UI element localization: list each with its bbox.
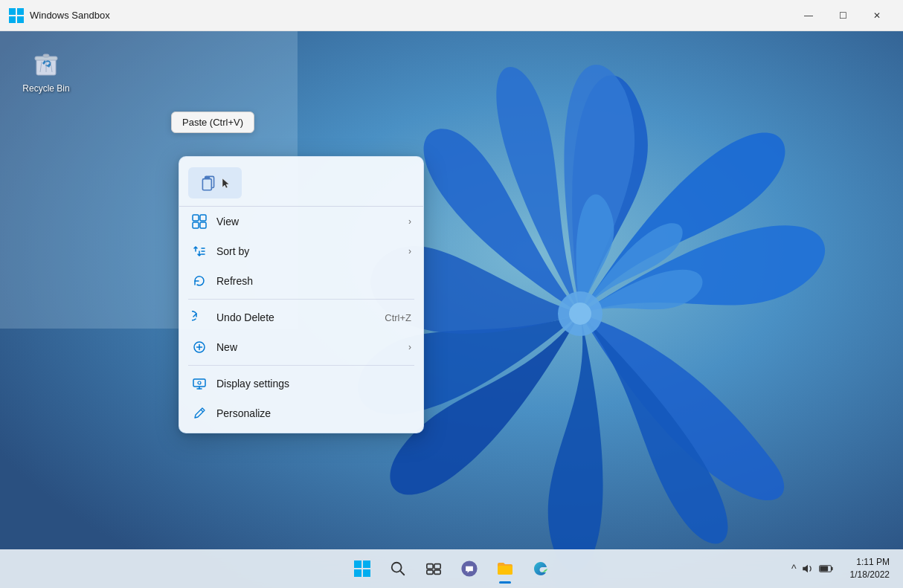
- svg-rect-33: [354, 569, 361, 577]
- paste-icon-button[interactable]: [188, 167, 242, 198]
- system-tray[interactable]: ^: [785, 559, 840, 578]
- new-arrow: ›: [408, 342, 411, 352]
- window-controls: — ☐ ✕: [791, 4, 894, 28]
- taskbar-edge-button[interactable]: [524, 552, 557, 585]
- svg-point-30: [198, 381, 201, 384]
- svg-rect-40: [434, 570, 440, 575]
- undo-delete-icon: [191, 309, 208, 326]
- svg-point-6: [569, 303, 591, 325]
- svg-rect-38: [434, 564, 440, 569]
- clock-time: 1:11 PM: [850, 556, 890, 569]
- desktop[interactable]: Recycle Bin Paste (Ctrl+V): [0, 31, 903, 588]
- menu-item-refresh[interactable]: Refresh: [179, 266, 423, 296]
- undo-delete-shortcut: Ctrl+Z: [385, 312, 411, 323]
- personalize-label: Personalize: [216, 407, 411, 419]
- sort-by-label: Sort by: [216, 245, 399, 257]
- paste-tooltip: Paste (Ctrl+V): [171, 112, 254, 133]
- display-settings-label: Display settings: [216, 378, 411, 390]
- recycle-bin-icon[interactable]: Recycle Bin: [16, 45, 76, 94]
- svg-rect-3: [17, 16, 24, 23]
- menu-item-personalize[interactable]: Personalize: [179, 398, 423, 428]
- volume-icon: [801, 562, 814, 575]
- menu-items-container: View › Sort by ›: [179, 207, 423, 428]
- svg-rect-10: [43, 54, 49, 57]
- titlebar: Windows Sandbox — ☐ ✕: [0, 0, 903, 31]
- menu-item-view[interactable]: View ›: [179, 207, 423, 236]
- svg-rect-32: [363, 560, 370, 568]
- new-label: New: [216, 341, 399, 353]
- sort-by-arrow: ›: [408, 246, 411, 256]
- context-menu-wrapper: Paste (Ctrl+V): [179, 120, 424, 433]
- taskbar-file-explorer-button[interactable]: [489, 552, 521, 585]
- separator-2: [188, 365, 414, 366]
- svg-rect-37: [427, 564, 433, 569]
- taskbar: ^ 1:11 PM 1/18/2022: [0, 549, 903, 588]
- close-button[interactable]: ✕: [860, 4, 894, 28]
- menu-item-undo-delete[interactable]: Undo Delete Ctrl+Z: [179, 303, 423, 332]
- menu-item-sort-by[interactable]: Sort by ›: [179, 236, 423, 266]
- separator-1: [188, 299, 414, 300]
- taskbar-clock[interactable]: 1:11 PM 1/18/2022: [846, 553, 894, 584]
- recycle-bin-image: [28, 45, 64, 80]
- taskbar-center: [346, 552, 557, 585]
- personalize-icon: [191, 405, 208, 421]
- menu-item-new[interactable]: New ›: [179, 332, 423, 362]
- context-menu-top-bar: [179, 161, 423, 207]
- view-label: View: [216, 216, 399, 227]
- recycle-bin-label: Recycle Bin: [22, 83, 69, 94]
- svg-rect-34: [363, 569, 370, 577]
- taskbar-search-button[interactable]: [382, 552, 414, 585]
- svg-rect-39: [427, 570, 433, 575]
- svg-rect-27: [193, 379, 205, 387]
- sort-by-icon: [191, 243, 208, 259]
- taskbar-right: ^ 1:11 PM 1/18/2022: [785, 553, 894, 584]
- svg-rect-0: [9, 8, 16, 15]
- chevron-up-icon: ^: [791, 563, 797, 575]
- svg-rect-20: [200, 222, 206, 228]
- svg-rect-16: [205, 176, 211, 178]
- app-icon: [9, 8, 24, 23]
- svg-rect-42: [498, 566, 512, 575]
- minimize-button[interactable]: —: [791, 4, 826, 28]
- view-arrow: ›: [408, 216, 411, 227]
- taskbar-task-view-button[interactable]: [417, 552, 450, 585]
- taskbar-chat-button[interactable]: [453, 552, 486, 585]
- svg-rect-45: [831, 567, 832, 570]
- view-icon: [191, 213, 208, 230]
- svg-rect-2: [9, 16, 16, 23]
- taskbar-start-button[interactable]: [346, 552, 379, 585]
- battery-icon: [819, 562, 834, 575]
- maximize-button[interactable]: ☐: [826, 4, 860, 28]
- svg-rect-15: [202, 179, 211, 190]
- context-menu: View › Sort by ›: [179, 156, 424, 433]
- svg-rect-31: [354, 560, 361, 568]
- refresh-label: Refresh: [216, 275, 411, 287]
- new-icon: [191, 339, 208, 355]
- undo-delete-label: Undo Delete: [216, 311, 376, 323]
- wallpaper: [0, 31, 903, 588]
- clock-date: 1/18/2022: [850, 569, 890, 581]
- svg-rect-44: [820, 566, 828, 571]
- window-title: Windows Sandbox: [30, 10, 791, 21]
- display-settings-icon: [191, 375, 208, 392]
- svg-rect-17: [193, 215, 199, 221]
- menu-item-display-settings[interactable]: Display settings: [179, 369, 423, 398]
- svg-rect-19: [193, 222, 199, 228]
- svg-line-36: [400, 571, 404, 575]
- refresh-icon: [191, 273, 208, 289]
- svg-rect-1: [17, 8, 24, 15]
- svg-rect-18: [200, 215, 206, 221]
- wallpaper-svg: [0, 31, 903, 588]
